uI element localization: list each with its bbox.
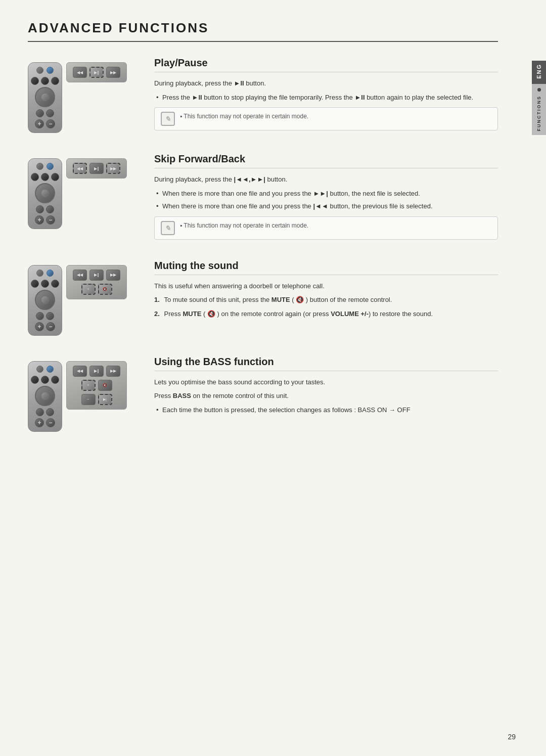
side-tab-dot — [537, 88, 541, 92]
remote-top-buttons-2 — [36, 163, 54, 170]
remote-btn-round-20 — [46, 408, 54, 416]
remote-nav-1 — [35, 87, 55, 107]
remote-area-4: + − ◀◀ ▶‖ ▶▶ + 🔇 − — [28, 356, 144, 432]
page-title: ADVANCED FUNCTIONS — [28, 20, 498, 36]
note-box-play-pause: ✎ ▪ This function may not operate in cer… — [154, 107, 498, 130]
cp-btn-next-4: ▶▶ — [106, 366, 120, 377]
remote-mid-row-8 — [36, 408, 54, 416]
section-intro-bass: Lets you optimise the bass sound accordi… — [154, 377, 498, 387]
cp-btn-mute-3: 🔇 — [98, 284, 112, 295]
bullet-bass-1: Each time the button is pressed, the sel… — [154, 405, 498, 415]
section-heading-play-pause: Play/Pause — [154, 57, 498, 72]
remote-area-3: + − ◀◀ ▶‖ ▶▶ + 🔇 — [28, 260, 144, 336]
section-skip: + − ◀◀ ▶‖ ▶▶ Skip Forward/Back During pl… — [28, 153, 498, 240]
cp-row-3: ◀◀ ▶‖ ▶▶ — [71, 270, 122, 281]
cp-row-4c: − ▶| — [71, 394, 122, 405]
cp-btn-play-3: ▶‖ — [89, 270, 104, 281]
section-heading-bass: Using the BASS function — [154, 356, 498, 371]
remote-btn-small-6 — [47, 270, 54, 277]
section-text-skip: Skip Forward/Back During playback, press… — [144, 153, 498, 240]
section-intro-bass-2: Press BASS on the remote control of this… — [154, 391, 498, 401]
cp-row-4b: + 🔇 — [71, 380, 122, 391]
side-tab: ENG FUNCTIONS — [532, 61, 546, 135]
section-intro-play-pause: During playback, press the ►II button. — [154, 78, 498, 88]
control-pad-1: ◀◀ ▶‖ ▶▶ — [66, 62, 127, 82]
section-bass: + − ◀◀ ▶‖ ▶▶ + 🔇 − — [28, 356, 498, 432]
remote-mid-row-3 — [31, 173, 59, 181]
remote-nav-inner-2 — [41, 189, 49, 197]
remote-btn-round-1 — [31, 77, 39, 85]
cp-row-1: ◀◀ ▶‖ ▶▶ — [71, 67, 122, 78]
cp-btn-plus-3: + — [81, 284, 96, 295]
remote-minus-3: − — [46, 322, 55, 331]
bullet-skip-1: When there is more than one file and you… — [154, 189, 498, 199]
section-text-bass: Using the BASS function Lets you optimis… — [144, 356, 498, 432]
remote-btn-round-16 — [31, 376, 39, 384]
note-text-skip: ▪ This function may not operate in certa… — [180, 221, 308, 230]
remote-illustration-1: + − — [28, 62, 62, 133]
remote-btn-round-10 — [46, 205, 54, 213]
remote-btn-round-5 — [46, 109, 54, 117]
note-icon-skip: ✎ — [161, 221, 175, 235]
remote-minus-4: − — [46, 418, 55, 427]
remote-nav-inner-3 — [41, 296, 49, 304]
remote-btn-round-2 — [41, 77, 49, 85]
remote-btn-round-15 — [46, 312, 54, 320]
remote-minus-1: − — [46, 119, 55, 128]
remote-btn-small-1 — [36, 67, 43, 74]
section-heading-skip: Skip Forward/Back — [154, 153, 498, 168]
note-box-skip: ✎ ▪ This function may not operate in cer… — [154, 216, 498, 240]
remote-btn-round-13 — [51, 280, 59, 288]
numbered-list-mute: 1. To mute sound of this unit, press the… — [154, 295, 498, 319]
remote-plus-4: + — [35, 418, 44, 427]
remote-nav-4 — [35, 386, 55, 406]
remote-btn-round-17 — [41, 376, 49, 384]
remote-area-1: + − ◀◀ ▶‖ ▶▶ — [28, 57, 144, 133]
remote-nav-3 — [35, 290, 55, 310]
remote-btn-round-7 — [41, 173, 49, 181]
remote-bottom-row-4: + − — [35, 418, 55, 427]
remote-bottom-row-3: + − — [35, 322, 55, 331]
remote-btn-small-3 — [36, 163, 43, 170]
remote-illustration-4: + − — [28, 361, 62, 432]
section-intro-mute: This is useful when answering a doorbell… — [154, 281, 498, 291]
page-number: 29 — [508, 733, 516, 741]
cp-row-3b: + 🔇 — [71, 284, 122, 295]
remote-mid-row-6 — [36, 312, 54, 320]
remote-top-buttons-3 — [36, 270, 54, 277]
numbered-mute-1: 1. To mute sound of this unit, press the… — [154, 295, 498, 305]
remote-mid-row-5 — [31, 280, 59, 288]
remote-btn-small-2 — [47, 67, 54, 74]
section-intro-skip: During playback, press the |◄◄,►►| butto… — [154, 174, 498, 185]
page: ENG FUNCTIONS ADVANCED FUNCTIONS — [0, 0, 546, 756]
remote-btn-small-5 — [36, 270, 43, 277]
control-pad-4: ◀◀ ▶‖ ▶▶ + 🔇 − ▶| — [66, 361, 127, 410]
remote-btn-round-19 — [36, 408, 44, 416]
remote-btn-round-9 — [36, 205, 44, 213]
cp-btn-prev-2: ◀◀ — [73, 163, 87, 174]
cp-btn-prev-3: ◀◀ — [73, 270, 87, 281]
remote-btn-round-18 — [51, 376, 59, 384]
note-text-play-pause: ▪ This function may not operate in certa… — [180, 112, 308, 121]
main-content: ADVANCED FUNCTIONS — [28, 20, 518, 432]
remote-top-buttons — [36, 67, 54, 74]
remote-mid-row-2 — [36, 109, 54, 117]
section-text-play-pause: Play/Pause During playback, press the ►I… — [144, 57, 498, 133]
control-pad-3: ◀◀ ▶‖ ▶▶ + 🔇 — [66, 265, 127, 299]
page-title-section: ADVANCED FUNCTIONS — [28, 20, 498, 42]
control-pad-2: ◀◀ ▶‖ ▶▶ — [66, 158, 127, 179]
section-text-mute: Muting the sound This is useful when ans… — [144, 260, 498, 336]
remote-btn-small-4 — [47, 163, 54, 170]
section-mute: + − ◀◀ ▶‖ ▶▶ + 🔇 Mutin — [28, 260, 498, 336]
remote-minus-2: − — [46, 215, 55, 225]
remote-btn-small-7 — [36, 366, 43, 373]
remote-bottom-row-2: + − — [35, 215, 55, 225]
cp-btn-plus-4: + — [81, 380, 96, 391]
remote-plus-2: + — [35, 215, 44, 225]
cp-btn-next-2: ▶▶ — [106, 163, 120, 174]
numbered-mute-2: 2. Press MUTE ( 🔇 ) on the remote contro… — [154, 309, 498, 319]
remote-btn-round-14 — [36, 312, 44, 320]
remote-plus-3: + — [35, 322, 44, 331]
remote-btn-round-4 — [36, 109, 44, 117]
remote-btn-round-6 — [31, 173, 39, 181]
